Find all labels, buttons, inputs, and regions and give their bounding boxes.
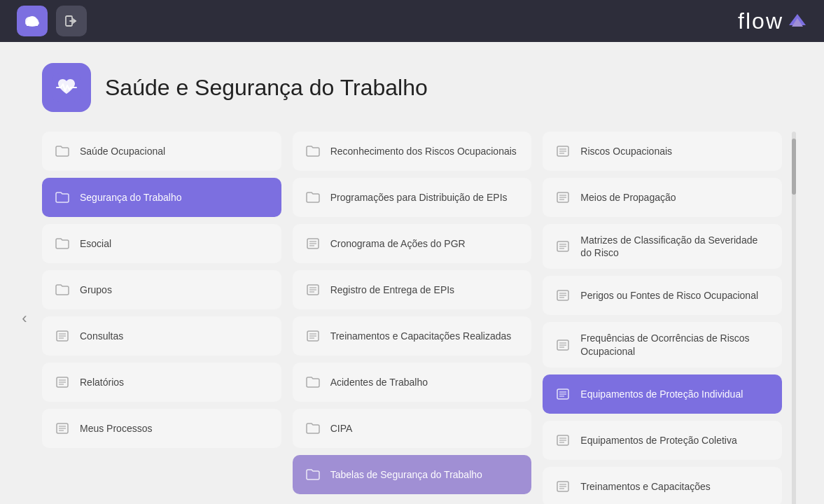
item-label: Treinamentos e Capacitações Realizadas xyxy=(330,330,512,342)
item-label: Programações para Distribuição de EPIs xyxy=(330,191,508,204)
folder-icon xyxy=(53,142,71,160)
menu-item-saude-ocupacional[interactable]: Saúde Ocupacional xyxy=(42,132,281,171)
item-label: Consultas xyxy=(80,330,123,342)
item-label: Reconhecimento dos Riscos Ocupacionais xyxy=(330,145,517,158)
menu-item-treinamentos-capacitacoes[interactable]: Treinamentos e Capacitações xyxy=(543,467,782,504)
list-icon xyxy=(304,234,322,253)
logout-icon[interactable] xyxy=(56,6,87,36)
item-label: Grupos xyxy=(80,284,112,296)
list-icon xyxy=(554,385,572,403)
item-label: Equipamentos de Proteção Coletiva xyxy=(580,434,736,447)
logo-arrow-icon xyxy=(788,11,807,31)
folder-icon xyxy=(304,373,322,391)
item-label: Cronograma de Ações do PGR xyxy=(330,237,466,250)
item-label: Registro de Entrega de EPIs xyxy=(330,284,454,296)
menu-item-equipamentos-coletiva[interactable]: Equipamentos de Proteção Coletiva xyxy=(543,421,782,460)
menu-item-acidentes-trabalho[interactable]: Acidentes de Trabalho xyxy=(293,363,532,402)
list-icon xyxy=(554,336,572,354)
item-label: Acidentes de Trabalho xyxy=(330,376,428,388)
logo-text: flow xyxy=(738,8,783,34)
item-label: Relatórios xyxy=(80,376,124,388)
column-1: Saúde Ocupacional Segurança do Trabalho … xyxy=(42,132,281,504)
main-content: Saúde e Segurança do Trabalho ‹ Saúde Oc… xyxy=(0,42,824,504)
header-logo: flow xyxy=(738,8,807,34)
menu-item-perigos-fontes[interactable]: Perigos ou Fontes de Risco Ocupacional xyxy=(543,276,782,315)
list-icon xyxy=(554,286,572,304)
folder-icon xyxy=(304,188,322,206)
menu-item-esocial[interactable]: Esocial xyxy=(42,224,281,263)
menu-item-relatorios[interactable]: Relatórios xyxy=(42,363,281,402)
menu-item-riscos-ocupacionais[interactable]: Riscos Ocupacionais xyxy=(543,132,782,171)
item-label: Saúde Ocupacional xyxy=(80,145,165,158)
cloud-icon[interactable] xyxy=(17,6,48,36)
folder-icon xyxy=(53,281,71,299)
menu-item-frequencias-ocorrencias[interactable]: Frequências de Ocorrências de Riscos Ocu… xyxy=(543,322,782,367)
column-2: Reconhecimento dos Riscos Ocupacionais P… xyxy=(293,132,532,504)
item-label: Meus Processos xyxy=(80,422,152,435)
item-label: Frequências de Ocorrências de Riscos Ocu… xyxy=(580,332,771,357)
page-title-row: Saúde e Segurança do Trabalho xyxy=(42,63,782,112)
menu-item-programacoes-distribuicao[interactable]: Programações para Distribuição de EPIs xyxy=(293,178,532,217)
list-icon xyxy=(304,327,322,345)
list-icon xyxy=(53,327,71,345)
folder-icon xyxy=(304,419,322,438)
item-label: Equipamentos de Proteção Individual xyxy=(580,388,743,400)
list-icon xyxy=(554,237,572,255)
menu-item-equipamentos-individual[interactable]: Equipamentos de Proteção Individual xyxy=(543,374,782,414)
page-icon xyxy=(42,63,91,112)
folder-icon xyxy=(304,142,322,160)
menu-grid: ‹ Saúde Ocupacional Segurança do Trabalh… xyxy=(42,132,782,504)
menu-item-grupos[interactable]: Grupos xyxy=(42,270,281,309)
scrollbar-track[interactable] xyxy=(792,132,796,504)
item-label: CIPA xyxy=(330,422,353,435)
item-label: Segurança do Trabalho xyxy=(80,191,182,204)
menu-item-cipa[interactable]: CIPA xyxy=(293,409,532,448)
menu-item-seguranca-trabalho[interactable]: Segurança do Trabalho xyxy=(42,178,281,217)
menu-item-meus-processos[interactable]: Meus Processos xyxy=(42,409,281,448)
menu-item-registro-entrega[interactable]: Registro de Entrega de EPIs xyxy=(293,270,532,309)
item-label: Esocial xyxy=(80,237,111,250)
menu-item-treinamentos[interactable]: Treinamentos e Capacitações Realizadas xyxy=(293,316,532,356)
scrollbar-thumb xyxy=(792,139,796,195)
list-icon xyxy=(554,188,572,206)
menu-item-tabelas-seguranca[interactable]: Tabelas de Segurança do Trabalho xyxy=(293,455,532,494)
menu-item-consultas[interactable]: Consultas xyxy=(42,316,281,356)
item-label: Treinamentos e Capacitações xyxy=(580,480,710,493)
list-icon xyxy=(554,142,572,160)
menu-item-matrizes-classificacao[interactable]: Matrizes de Classificação da Severidade … xyxy=(543,224,782,269)
list-icon xyxy=(304,281,322,299)
item-label: Meios de Propagação xyxy=(580,191,676,204)
list-icon xyxy=(53,373,71,391)
heart-monitor-icon xyxy=(52,73,81,102)
header-left xyxy=(17,6,87,36)
menu-item-cronograma-acoes[interactable]: Cronograma de Ações do PGR xyxy=(293,224,532,263)
left-arrow-button[interactable]: ‹ xyxy=(14,308,35,329)
folder-icon xyxy=(53,188,71,206)
menu-item-reconhecimento-riscos[interactable]: Reconhecimento dos Riscos Ocupacionais xyxy=(293,132,532,171)
item-label: Perigos ou Fontes de Risco Ocupacional xyxy=(580,289,758,302)
column-3: Riscos Ocupacionais Meios de Propagação … xyxy=(543,132,782,504)
list-icon xyxy=(554,477,572,496)
svg-rect-4 xyxy=(27,22,38,26)
page-title: Saúde e Segurança do Trabalho xyxy=(105,75,428,101)
list-icon xyxy=(554,431,572,449)
menu-item-meios-propagacao[interactable]: Meios de Propagação xyxy=(543,178,782,217)
folder-icon xyxy=(304,465,322,484)
item-label: Riscos Ocupacionais xyxy=(580,145,672,158)
item-label: Matrizes de Classificação da Severidade … xyxy=(580,234,771,259)
folder-icon xyxy=(53,234,71,253)
item-label: Tabelas de Segurança do Trabalho xyxy=(330,468,482,481)
list-icon xyxy=(53,419,71,438)
header: flow xyxy=(0,0,824,42)
